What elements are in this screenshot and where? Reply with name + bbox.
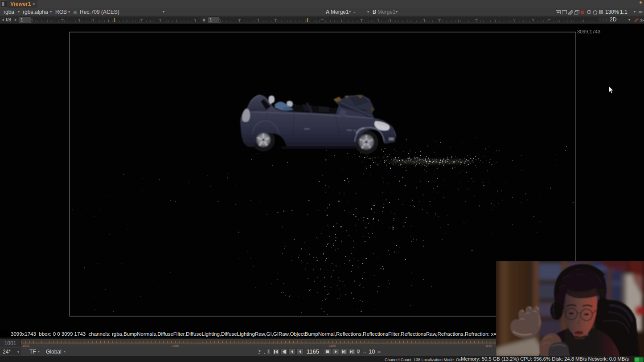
svg-text:1050: 1050 (172, 344, 179, 347)
svg-text:1100: 1100 (329, 344, 336, 347)
svg-text:1001: 1001 (22, 344, 29, 347)
svg-text:1150: 1150 (485, 344, 492, 347)
svg-text:3099,1743: 3099,1743 (577, 29, 600, 34)
